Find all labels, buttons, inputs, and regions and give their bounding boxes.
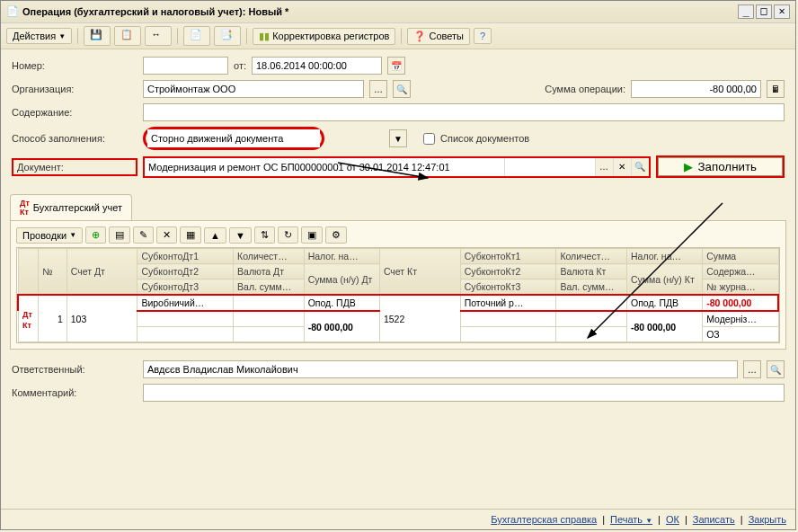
doc-input[interactable] <box>145 158 504 176</box>
down-button[interactable]: ▼ <box>229 227 252 244</box>
window-title: Операция (бухгалтерский и налоговый учет… <box>22 6 736 17</box>
calc-icon[interactable]: 🖩 <box>767 80 785 98</box>
doc-select-button[interactable]: … <box>595 158 613 176</box>
edit-button[interactable]: ▤ <box>109 226 130 244</box>
adjust-registers-button[interactable]: ▮▮Корректировка регистров <box>253 28 395 45</box>
doc-clear-button[interactable]: ✕ <box>613 158 631 176</box>
comment-input[interactable] <box>143 384 785 402</box>
col-n[interactable]: № <box>39 249 66 296</box>
close-button[interactable]: ✕ <box>774 4 790 19</box>
tab-label: Бухгалтерский учет <box>33 202 122 213</box>
col-taxk[interactable]: Налог. на… <box>626 249 702 264</box>
resp-select-button[interactable]: … <box>743 360 761 378</box>
edit2-button[interactable]: ✎ <box>133 226 154 244</box>
resp-label: Ответственный: <box>12 364 137 375</box>
org-open-button[interactable]: 🔍 <box>393 80 411 98</box>
save-button[interactable]: Записать <box>693 514 735 525</box>
col-sub1[interactable]: СубконтоДт1 <box>137 249 234 264</box>
list-docs-label: Список документов <box>440 133 529 144</box>
print-menu[interactable]: Печать ▼ <box>610 514 652 525</box>
copy-button[interactable]: ▦ <box>180 226 201 244</box>
window-icon: 📄 <box>6 5 19 18</box>
from-label: от: <box>234 60 246 71</box>
entries-menu[interactable]: Проводки▼ <box>16 227 83 244</box>
row-icon: ДтКт <box>22 310 32 330</box>
maximize-button[interactable]: □ <box>756 4 772 19</box>
minimize-button[interactable]: _ <box>738 4 754 19</box>
col-qty[interactable]: Количест… <box>234 249 305 264</box>
actions-menu[interactable]: Действия▼ <box>6 28 72 44</box>
tool-icon-5[interactable]: 📑 <box>214 26 241 46</box>
calendar-icon[interactable]: 📅 <box>387 57 405 75</box>
add-button[interactable]: ⊕ <box>85 226 106 244</box>
settings-button[interactable]: ⚙ <box>325 226 347 244</box>
tips-button[interactable]: ❓Советы <box>407 28 469 45</box>
titlebar: 📄 Операция (бухгалтерский и налоговый уч… <box>1 1 795 23</box>
tab-icon: ДтКт <box>20 199 30 217</box>
fill-mode-select[interactable] <box>147 129 320 147</box>
accounting-ref-link[interactable]: Бухгалтерская справка <box>491 514 597 525</box>
number-label: Номер: <box>12 60 137 71</box>
content-input[interactable] <box>143 103 785 121</box>
table-row[interactable]: ДтКт 1 103 Виробничий… Опод. ПДВ 1522 По… <box>18 295 778 311</box>
ok-button[interactable]: ОК <box>666 514 679 525</box>
close-button-footer[interactable]: Закрыть <box>749 514 786 525</box>
refresh-button[interactable]: ↻ <box>278 226 298 244</box>
doc-label: Документ: <box>12 158 137 176</box>
fill-mode-label: Способ заполнения: <box>12 133 137 144</box>
doc-open-button[interactable]: 🔍 <box>631 158 649 176</box>
col-acc-dt[interactable]: Счет Дт <box>66 249 137 296</box>
tool-icon-4[interactable]: 📄 <box>183 26 210 46</box>
sum-input[interactable] <box>631 80 761 98</box>
org-input[interactable] <box>143 80 364 98</box>
number-input[interactable] <box>143 57 228 75</box>
col-sum[interactable]: Сумма <box>703 249 778 264</box>
help-button[interactable]: ? <box>474 28 492 44</box>
tool-icon-2[interactable]: 📋 <box>114 26 141 46</box>
col-qtyk[interactable]: Количест… <box>556 249 627 264</box>
tab-accounting[interactable]: ДтКт Бухгалтерский учет <box>10 194 132 220</box>
tool-icon-1[interactable]: 💾 <box>84 26 111 46</box>
delete-button[interactable]: ✕ <box>156 226 177 244</box>
sum-label: Сумма операции: <box>545 84 625 94</box>
fill-mode-dropdown[interactable]: ▼ <box>389 129 407 147</box>
tool-icon-3[interactable]: ↔ <box>145 26 172 46</box>
date-input[interactable] <box>252 57 382 75</box>
footer: Бухгалтерская справка | Печать ▼ | ОК | … <box>1 509 795 529</box>
sort-button[interactable]: ⇅ <box>254 226 275 244</box>
resp-input[interactable] <box>143 360 738 378</box>
org-select-button[interactable]: … <box>369 80 387 98</box>
col-tax[interactable]: Налог. на… <box>304 249 379 264</box>
col-subk1[interactable]: СубконтоКт1 <box>460 249 556 264</box>
fill-button[interactable]: ▶Заполнить <box>658 157 783 176</box>
comment-label: Комментарий: <box>12 387 137 398</box>
list-docs-checkbox[interactable] <box>423 133 435 145</box>
up-button[interactable]: ▲ <box>204 227 226 244</box>
resp-open-button[interactable]: 🔍 <box>767 360 785 378</box>
entries-grid[interactable]: № Счет Дт СубконтоДт1 Количест… Налог. н… <box>16 247 780 343</box>
org-label: Организация: <box>12 84 137 94</box>
export-button[interactable]: ▣ <box>301 226 323 244</box>
col-acc-kt[interactable]: Счет Кт <box>379 249 460 296</box>
main-toolbar: Действия▼ 💾 📋 ↔ 📄 📑 ▮▮Корректировка реги… <box>1 23 795 49</box>
content-label: Содержание: <box>12 107 137 118</box>
